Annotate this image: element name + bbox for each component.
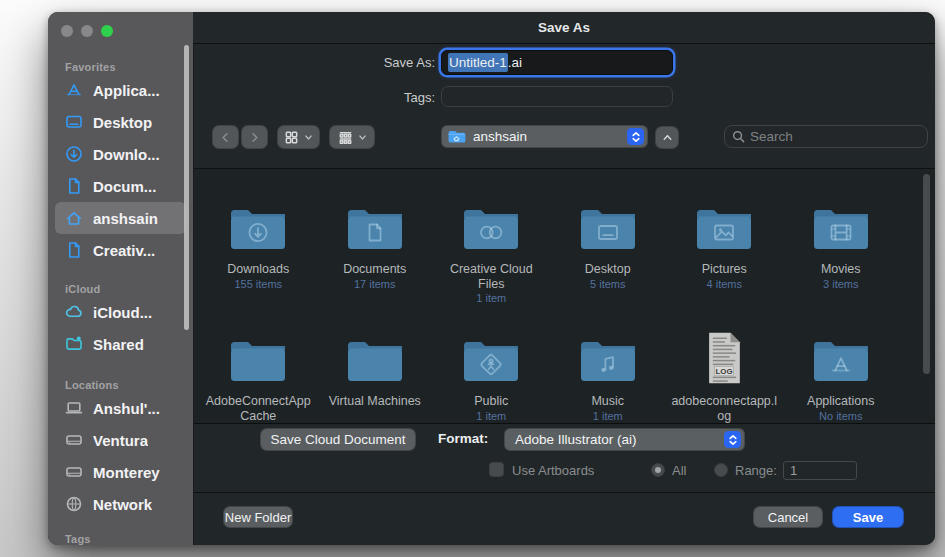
minimize-button[interactable]: [81, 25, 93, 37]
search-input[interactable]: [750, 129, 927, 144]
sidebar-item-anshsain[interactable]: anshsain: [55, 202, 186, 234]
filename-extension: .ai: [508, 55, 522, 70]
sidebar-scrollbar[interactable]: [184, 45, 189, 330]
sidebar-sections: FavoritesApplica...DesktopDownlo...Docum…: [48, 37, 193, 545]
all-radio[interactable]: [651, 463, 665, 477]
file-item-documents[interactable]: Documents17 items: [317, 201, 434, 333]
file-name: Pictures: [702, 262, 747, 277]
drive-icon: [63, 430, 85, 450]
footer-bar: New Folder Cancel Save: [194, 492, 935, 545]
format-section: Save Cloud Document Format: Adobe Illust…: [194, 424, 935, 492]
icon-view-button[interactable]: [277, 125, 320, 149]
dialog-content: Save As: Untitled-1.ai Tags:: [193, 44, 935, 545]
range-input[interactable]: [783, 461, 857, 480]
chevron-right-icon: [249, 132, 260, 143]
folder-plain-icon: [226, 333, 290, 385]
sidebar-item-label: Applica...: [93, 82, 160, 99]
use-artboards-checkbox[interactable]: [489, 462, 504, 477]
sidebar-item-downlo[interactable]: Downlo...: [55, 138, 186, 170]
filename-input[interactable]: Untitled-1.ai: [441, 50, 673, 75]
sidebar-item-label: Creativ...: [93, 242, 155, 259]
file-name: Documents: [343, 262, 406, 277]
sidebar-item-applica[interactable]: Applica...: [55, 74, 186, 106]
desktop-icon: [63, 112, 85, 132]
sidebar-section-tags: Tags: [48, 532, 193, 545]
sidebar-item-label: Desktop: [93, 114, 152, 131]
file-item-desktop[interactable]: Desktop5 items: [550, 201, 667, 333]
dropdown-stepper-icon: [724, 431, 741, 448]
sidebar-item-docum[interactable]: Docum...: [55, 170, 186, 202]
file-count: 4 items: [707, 278, 742, 290]
file-browser-scrollbar[interactable]: [923, 174, 930, 374]
format-label: Format:: [438, 431, 488, 446]
file-item-applications[interactable]: ApplicationsNo items: [783, 333, 900, 424]
sidebar-item-label: Monterey: [93, 464, 160, 481]
sidebar-item-desktop[interactable]: Desktop: [55, 106, 186, 138]
new-folder-button[interactable]: New Folder: [223, 506, 293, 528]
sidebar-section-locations: Locations: [48, 378, 193, 392]
chevron-down-icon: [304, 133, 313, 142]
folder-appstore-icon: [809, 333, 873, 385]
file-item-adobeconnectappcache[interactable]: AdobeConnectAppCache: [200, 333, 317, 424]
sidebar-item-network[interactable]: Network: [55, 488, 186, 520]
save-as-dialog: FavoritesApplica...DesktopDownlo...Docum…: [48, 12, 935, 545]
folder-document-icon: [343, 201, 407, 253]
tags-label: Tags:: [194, 90, 435, 105]
sidebar-item-ventura[interactable]: Ventura: [55, 424, 186, 456]
sidebar-item-monterey[interactable]: Monterey: [55, 456, 186, 488]
format-value: Adobe Illustrator (ai): [515, 432, 724, 447]
up-directory-button[interactable]: [655, 126, 679, 149]
chevron-down-icon: [358, 133, 367, 142]
shared-folder-icon: [63, 334, 85, 354]
file-item-creative-cloud-files[interactable]: Creative Cloud Files1 item: [433, 201, 550, 333]
sidebar-item-creativ[interactable]: Creativ...: [55, 234, 186, 266]
back-button[interactable]: [212, 125, 239, 149]
sidebar-section-favorites: Favorites: [48, 60, 193, 74]
file-name: Applications: [807, 394, 874, 409]
folder-download-icon: [226, 201, 290, 253]
forward-button[interactable]: [241, 125, 268, 149]
save-cloud-document-button[interactable]: Save Cloud Document: [260, 428, 416, 451]
group-view-button[interactable]: [329, 125, 375, 149]
file-count: 155 items: [234, 278, 282, 290]
file-item-adobeconnectapp-log[interactable]: LOGadobeconnectapp.log: [666, 333, 783, 424]
folder-music-icon: [576, 333, 640, 385]
group-view-icon: [338, 130, 353, 145]
file-name: adobeconnectapp.log: [669, 394, 779, 423]
file-name: Virtual Machines: [329, 394, 421, 409]
file-item-movies[interactable]: Movies3 items: [783, 201, 900, 333]
file-name: Public: [474, 394, 508, 409]
sidebar-item-shared[interactable]: Shared: [55, 328, 186, 360]
search-field[interactable]: [724, 125, 928, 148]
sidebar-item-icloud[interactable]: iCloud...: [55, 296, 186, 328]
file-item-virtual-machines[interactable]: Virtual Machines: [317, 333, 434, 424]
tags-input[interactable]: [441, 86, 673, 107]
file-item-music[interactable]: Music1 item: [550, 333, 667, 424]
folder-public-icon: [459, 333, 523, 385]
fullscreen-button[interactable]: [101, 25, 113, 37]
format-dropdown[interactable]: Adobe Illustrator (ai): [504, 428, 745, 451]
document-icon: [63, 176, 85, 196]
desktop-background: FavoritesApplica...DesktopDownlo...Docum…: [0, 0, 945, 557]
titlebar: Save As: [193, 12, 935, 44]
use-artboards-label: Use Artboards: [512, 463, 594, 478]
file-item-public[interactable]: Public1 item: [433, 333, 550, 424]
grid-view-icon: [284, 130, 299, 145]
globe-icon: [63, 494, 85, 514]
filename-selected-text: Untitled-1: [448, 53, 508, 72]
sidebar-item-label: Ventura: [93, 432, 148, 449]
laptop-icon: [63, 398, 85, 418]
range-label: Range:: [735, 463, 777, 478]
file-grid: Downloads155 items Documents17 items Cre…: [200, 201, 899, 424]
file-item-pictures[interactable]: Pictures4 items: [666, 201, 783, 333]
range-radio[interactable]: [714, 463, 728, 477]
location-dropdown[interactable]: anshsain: [441, 125, 648, 148]
cancel-button[interactable]: Cancel: [753, 506, 823, 528]
sidebar-item-label: Downlo...: [93, 146, 160, 163]
save-button[interactable]: Save: [832, 506, 904, 528]
sidebar-item-anshul[interactable]: Anshul'...: [55, 392, 186, 424]
window-controls: [48, 12, 193, 37]
file-item-downloads[interactable]: Downloads155 items: [200, 201, 317, 333]
file-name: Movies: [821, 262, 861, 277]
close-button[interactable]: [61, 25, 73, 37]
